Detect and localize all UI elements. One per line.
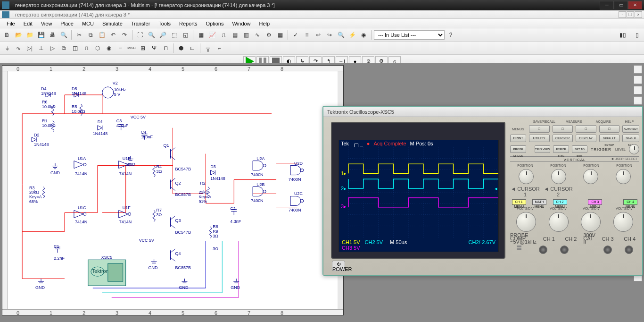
cursor-button[interactable]: CURSOR (553, 135, 573, 142)
pcb-button[interactable]: ▦ (275, 30, 285, 40)
menu-mcu[interactable]: MCU (78, 20, 98, 27)
menu-reports[interactable]: Reports (175, 20, 201, 27)
capture-button[interactable]: ◉ (358, 30, 369, 40)
redo-button[interactable]: ↷ (119, 30, 130, 40)
ch3-menu-button[interactable]: CH 3 MENU (588, 199, 602, 205)
grapher-button[interactable]: 📈 (207, 30, 217, 40)
ch2-menu-button[interactable]: CH 2 MENU (553, 199, 567, 205)
menu-view[interactable]: View (37, 20, 56, 27)
menu-tools[interactable]: Tools (155, 20, 174, 27)
schematic-area[interactable]: D4 1N4148 D5 1N4148 V2 10kHz 5 V R6 10.0… (8, 71, 338, 309)
trig-view-button[interactable]: TRIG VIEW (535, 145, 550, 153)
menu-place[interactable]: Place (57, 20, 77, 27)
place-diode-button[interactable]: ▷| (25, 43, 35, 53)
menu-edit[interactable]: Edit (20, 20, 36, 27)
find-button[interactable]: 🔍 (336, 30, 346, 40)
ch2-volts-knob[interactable] (549, 212, 569, 232)
power-button[interactable]: ⏻POWER (332, 261, 345, 271)
mdi-minimize-button[interactable]: - (619, 11, 626, 18)
maximize-button[interactable]: ▭ (614, 1, 628, 9)
ch3-bnc[interactable] (603, 246, 612, 254)
back-annotate-button[interactable]: ↩ (313, 30, 323, 40)
print-preview-button[interactable]: 🔍 (58, 30, 69, 40)
zoom-area-button[interactable]: ⬚ (169, 30, 179, 40)
place-transistor-button[interactable]: ⊥ (36, 43, 46, 53)
ch1-volts-knob[interactable] (516, 212, 536, 232)
sim-switch-stop[interactable]: ▯ (632, 30, 642, 40)
in-use-list-combo[interactable]: --- In Use List --- (374, 30, 445, 40)
ch4-bnc[interactable] (625, 246, 633, 254)
copy-button[interactable]: ⧉ (85, 30, 96, 40)
help-button[interactable]: ? (446, 30, 456, 40)
close-button[interactable]: ✕ (628, 1, 642, 9)
utility-button[interactable]: UTILITY (529, 135, 550, 142)
menu-options[interactable]: Options (202, 20, 228, 27)
ch4-menu-button[interactable]: CH 4 MENU (623, 199, 637, 205)
place-bus-button[interactable]: ╦ (203, 43, 213, 53)
place-misc-digital-button[interactable]: ⎍ (81, 43, 91, 53)
place-hierarchy-button[interactable]: ⌐ (214, 43, 224, 53)
default-setup-button[interactable]: DEFAULT SETUP (599, 135, 620, 142)
ch1-menu-button[interactable]: CH 1 MENU (512, 199, 526, 205)
erc-button[interactable]: ✓ (290, 30, 301, 40)
display-button[interactable]: DISPLAY (576, 135, 596, 142)
print-button[interactable]: PRINT (510, 135, 526, 142)
probe-check-button[interactable]: PROBE CHECK (510, 145, 526, 153)
place-ttl-button[interactable]: ⧉ (58, 43, 69, 53)
spreadsheet-button[interactable]: ▦ (196, 30, 206, 40)
single-seq-button[interactable]: SINGLE SEQ (622, 135, 639, 142)
ch3-position-knob[interactable] (583, 169, 598, 184)
place-analog-button[interactable]: ▷ (47, 43, 58, 53)
netlist-button[interactable]: ≡ (302, 30, 312, 40)
new-button[interactable]: 🗎 (2, 30, 12, 40)
database-button[interactable]: ▥ (241, 30, 251, 40)
ch1-bnc[interactable] (539, 246, 547, 254)
place-indicator-button[interactable]: ◉ (104, 43, 114, 53)
electrical-rules-button[interactable]: ⚡ (347, 30, 357, 40)
place-ni-button[interactable]: ⬢ (176, 43, 186, 53)
ch2-bnc[interactable] (560, 246, 569, 254)
oscilloscope-window[interactable]: Tektronix Oscilloscope-XSC5 Tektronix TD… (322, 106, 643, 276)
place-rf-button[interactable]: Ψ (149, 43, 159, 53)
set-to-50-button[interactable]: SET TO 50% (572, 145, 587, 153)
place-basic-button[interactable]: ∿ (13, 43, 24, 53)
menu-file[interactable]: File (3, 20, 19, 27)
sim-switch-run[interactable]: ▮▯ (615, 30, 631, 40)
place-cmos-button[interactable]: ◫ (70, 43, 80, 53)
zoom-fit-button[interactable]: ◱ (180, 30, 190, 40)
place-advanced-button[interactable]: ⊞ (138, 43, 148, 53)
cut-button[interactable]: ✂ (74, 30, 84, 40)
zoom-in-button[interactable]: 🔍 (146, 30, 157, 40)
undo-button[interactable]: ↶ (108, 30, 118, 40)
mdi-restore-button[interactable]: ❐ (627, 11, 634, 18)
schematic-canvas[interactable]: 0 1 2 3 4 5 6 7 8 0 1 2 3 4 5 6 7 8 (2, 65, 344, 315)
ch4-volts-knob[interactable] (613, 212, 633, 232)
wattmeter-icon[interactable] (634, 86, 642, 94)
zoom-full-button[interactable]: ⛶ (135, 30, 145, 40)
place-source-button[interactable]: ⏚ (2, 43, 12, 53)
menu-help[interactable]: Help (256, 20, 274, 27)
menu-simulate[interactable]: Simulate (99, 20, 126, 27)
trigger-level-knob[interactable] (629, 144, 639, 154)
breadboard-button[interactable]: ▤ (230, 30, 240, 40)
save-recall-button[interactable]: □ (529, 125, 550, 133)
place-power-button[interactable]: ⎓ (115, 43, 125, 53)
component-wizard-button[interactable]: ⚙ (264, 30, 274, 40)
place-misc-button[interactable]: MISC (126, 43, 137, 53)
scope-titlebar[interactable]: Tektronix Oscilloscope-XSC5 (323, 107, 642, 117)
measure-button[interactable]: □ (553, 125, 573, 133)
save-button[interactable]: 💾 (36, 30, 46, 40)
autoset-button[interactable]: AUTO SET (622, 125, 639, 133)
menu-transfer[interactable]: Transfer (127, 20, 154, 27)
minimize-button[interactable]: ─ (600, 1, 614, 9)
place-mixed-button[interactable]: ⬡ (92, 43, 103, 53)
analysis-button[interactable]: ∿ (252, 30, 263, 40)
acquire-button[interactable]: □ (576, 125, 596, 133)
math-menu-button[interactable]: MATH MENU (532, 199, 546, 205)
force-trig-button[interactable]: FORCE TRIG (553, 145, 569, 153)
place-electromech-button[interactable]: ⊓ (160, 43, 171, 53)
paste-button[interactable]: 📋 (97, 30, 107, 40)
ch2-position-knob[interactable] (551, 169, 566, 184)
function-generator-icon[interactable] (634, 76, 642, 84)
oscilloscope-icon[interactable] (634, 96, 642, 105)
